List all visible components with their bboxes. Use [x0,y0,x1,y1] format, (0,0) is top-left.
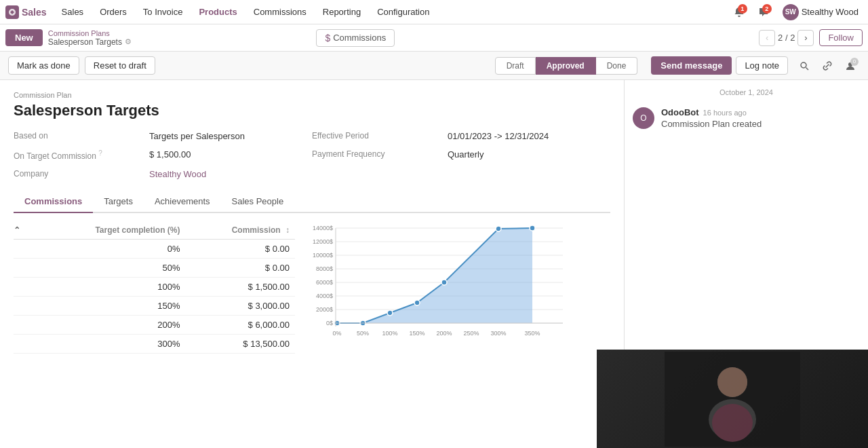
commissions-dropdown[interactable]: $ Commissions [316,29,395,47]
svg-text:14000$: 14000$ [313,225,333,231]
effective-period-label: Effective Period [312,129,448,143]
nav-to-invoice[interactable]: To Invoice [136,4,190,20]
svg-text:200%: 200% [436,330,452,337]
table-row: 0% $ 0.00 [14,240,295,259]
nav-orders[interactable]: Sales [55,4,91,20]
svg-text:2000$: 2000$ [316,306,333,313]
commissions-table-section: ⌃ Target completion (%) Commission ↕ [14,221,295,354]
svg-point-42 [717,367,747,397]
messages-button[interactable]: 2 [754,3,773,22]
help-icon[interactable]: ? [98,149,102,157]
msg-badge: 2 [762,4,772,14]
message-body: Commission Plan created [661,119,860,129]
svg-point-33 [441,280,447,285]
svg-point-1 [801,62,806,68]
breadcrumb-parent[interactable]: Commission Plans [48,29,132,37]
row-target-cell [14,259,33,278]
on-target-value: $ 1,500.00 [149,147,312,163]
form-title: Salesperson Targets [14,102,610,119]
nav-commissions[interactable]: Commissions [247,4,313,20]
message-header: OdooBot 16 hours ago [661,107,860,117]
secondbar: New Commission Plans Salesperson Targets… [0,24,868,52]
collapse-icon[interactable]: ⌃ [14,225,20,235]
status-approved[interactable]: Approved [536,57,596,75]
status-draft[interactable]: Draft [495,57,536,75]
svg-point-41 [712,404,753,442]
search-icon[interactable] [795,56,814,75]
chart-container: 14000$ 12000$ 10000$ 8000$ 6000$ 4000$ 2… [309,221,610,354]
row-target-cell [14,278,33,297]
col-target-completion: Target completion (%) [33,221,186,240]
status-done[interactable]: Done [596,57,638,75]
settings-icon[interactable]: ⚙ [125,37,132,46]
svg-text:250%: 250% [463,330,479,337]
content-area: Commission Plan Salesperson Targets Base… [0,80,624,448]
row-commission: $ 13,500.00 [186,335,296,354]
sort-icon[interactable]: ↕ [285,225,290,235]
prev-record-button[interactable]: ‹ [759,30,775,46]
app-logo[interactable]: Sales [5,5,47,19]
svg-text:12000$: 12000$ [313,238,333,245]
odobot-avatar: O [633,107,654,129]
reset-to-draft-button[interactable]: Reset to draft [85,56,155,75]
nav-reporting[interactable]: Reporting [316,4,368,20]
row-target: 0% [33,240,186,259]
commissions-table: ⌃ Target completion (%) Commission ↕ [14,221,295,354]
next-record-button[interactable]: › [797,30,814,46]
message-author: OdooBot [661,107,699,117]
nav-products[interactable]: Products [192,4,243,20]
row-commission: $ 6,000.00 [186,316,296,335]
nav-orders[interactable]: Orders [93,4,134,20]
secondbar-right: ‹ 2 / 2 › Follow [759,29,863,46]
table-row: 50% $ 0.00 [14,259,295,278]
payment-freq-label: Payment Frequency [312,147,448,163]
send-message-button[interactable]: Send message [651,56,732,75]
svg-text:0%: 0% [332,330,341,337]
tab-content: ⌃ Target completion (%) Commission ↕ [14,221,610,354]
svg-text:4000$: 4000$ [316,293,333,299]
page-indicator: 2 / 2 [778,33,795,43]
tabs-bar: Commissions Targets Achievements Sales P… [14,191,610,213]
topnav-right: 1 2 SW Stealthy Wood [730,1,863,23]
nav-configuration[interactable]: Configuration [370,4,436,20]
svg-text:0$: 0$ [326,320,333,326]
tab-commissions[interactable]: Commissions [14,191,93,213]
mark-as-done-button[interactable]: Mark as done [8,56,79,75]
page-navigation: ‹ 2 / 2 › [759,30,814,46]
log-note-button[interactable]: Log note [736,56,788,75]
svg-point-35 [530,225,535,231]
action-bar: Mark as done Reset to draft Draft Approv… [0,52,868,80]
message-content: OdooBot 16 hours ago Commission Plan cre… [661,107,860,129]
row-target-cell [14,297,33,316]
svg-marker-28 [337,228,532,323]
payment-freq-value: Quarterly [448,147,610,163]
tab-sales-people[interactable]: Sales People [221,191,295,213]
notif-badge: 1 [738,4,747,14]
avatar: SW [783,4,799,20]
breadcrumb-current: Salesperson Targets ⚙ [48,37,132,47]
message-time: 16 hours ago [703,109,747,117]
effective-period-value: 01/01/2023 -> 12/31/2024 [448,129,610,143]
row-commission: $ 1,500.00 [186,278,296,297]
user-menu[interactable]: SW Stealthy Wood [778,1,863,23]
row-target: 50% [33,259,186,278]
status-pipeline: Draft Approved Done [495,57,638,75]
company-value[interactable]: Stealthy Wood [149,167,312,181]
video-person [597,350,868,448]
user-icon[interactable]: 0 [841,56,860,75]
tab-achievements[interactable]: Achievements [144,191,221,213]
table-row: 300% $ 13,500.00 [14,335,295,354]
link-icon[interactable] [818,56,837,75]
follow-button[interactable]: Follow [819,29,863,46]
table-row: 200% $ 6,000.00 [14,316,295,335]
chatter-message: O OdooBot 16 hours ago Commission Plan c… [625,102,868,134]
svg-text:300%: 300% [490,330,506,337]
row-target-cell [14,335,33,354]
new-button[interactable]: New [5,29,43,46]
notifications-button[interactable]: 1 [730,3,749,22]
tab-targets[interactable]: Targets [93,191,144,213]
commissions-chart: 14000$ 12000$ 10000$ 8000$ 6000$ 4000$ 2… [309,221,570,354]
row-target: 300% [33,335,186,354]
dollar-icon: $ [325,33,330,43]
svg-text:8000$: 8000$ [316,265,333,272]
